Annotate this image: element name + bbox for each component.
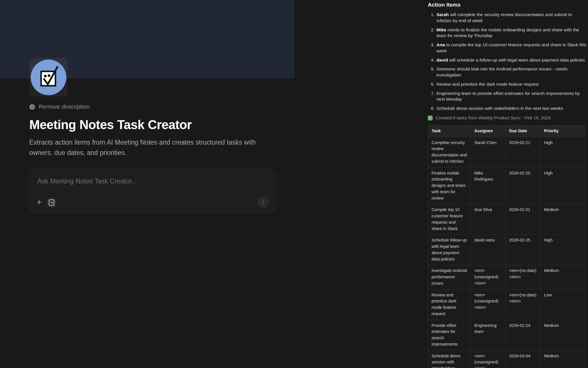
avatar bbox=[31, 60, 66, 95]
table-row: Schedule follow-up with legal team about… bbox=[428, 235, 585, 265]
send-button[interactable]: ↑ bbox=[257, 196, 269, 208]
chat-placeholder: Ask Meeting Notes Task Creator... bbox=[37, 177, 137, 185]
table-header-row: Task Assignee Due Date Priority bbox=[428, 125, 585, 137]
chat-toolbar: + N bbox=[36, 198, 57, 208]
plus-icon[interactable]: + bbox=[36, 198, 42, 208]
list-item: Review and prioritize the dark mode feat… bbox=[436, 81, 587, 87]
column-header-due-date: Due Date bbox=[506, 125, 541, 137]
list-item: Engineering team to provide effort estim… bbox=[436, 91, 587, 103]
notion-logo-icon: N bbox=[49, 200, 54, 206]
agent-page: i Remove description Meeting Notes Task … bbox=[29, 58, 276, 213]
column-header-priority: Priority bbox=[541, 125, 585, 137]
table-row: Provide effort estimates for search impr… bbox=[428, 320, 585, 350]
list-item: david will schedule a follow-up with leg… bbox=[436, 57, 587, 63]
remove-description-label: Remove description bbox=[39, 103, 90, 110]
status-line: ✓ Created 8 tasks from Weekly Product Sy… bbox=[428, 115, 587, 120]
page-description[interactable]: Extracts action items from AI Meeting No… bbox=[29, 137, 258, 158]
arrow-up-icon: ↑ bbox=[262, 198, 265, 206]
table-row: Review and prioritize dark mode feature … bbox=[428, 289, 585, 320]
notion-source-button[interactable]: N bbox=[47, 198, 57, 208]
table-row: Finalize mobile onboarding designs and s… bbox=[428, 167, 585, 204]
chat-input[interactable]: Ask Meeting Notes Task Creator... + N ↑ bbox=[29, 170, 275, 213]
page-icon-button[interactable] bbox=[29, 58, 68, 97]
list-item: Someone should look into the Android per… bbox=[436, 66, 587, 78]
list-item: Ana to compile the top 10 customer featu… bbox=[436, 42, 587, 54]
list-item: Mike needs to finalize the mobile onboar… bbox=[436, 27, 587, 39]
column-header-assignee: Assignee bbox=[471, 125, 506, 137]
tasks-table: Task Assignee Due Date Priority Complete… bbox=[428, 125, 585, 368]
table-row: Compile top 10 customer feature requests… bbox=[428, 204, 585, 235]
table-row: Investigate Android performance issues <… bbox=[428, 265, 585, 289]
action-items-list: Sarah will complete the security review … bbox=[428, 12, 587, 112]
checkbox-avatar-icon bbox=[36, 65, 61, 90]
action-items-heading: Action Items bbox=[428, 2, 587, 8]
check-emoji-icon: ✓ bbox=[428, 116, 433, 120]
table-row: Schedule demo session with stakeholders … bbox=[428, 350, 585, 368]
remove-description-button[interactable]: i Remove description bbox=[29, 103, 90, 110]
list-item: Schedule demo session with stakeholders … bbox=[436, 106, 587, 112]
column-header-task: Task bbox=[428, 125, 471, 137]
output-panel: Action Items Sarah will complete the sec… bbox=[428, 2, 587, 368]
status-text: Created 8 tasks from Weekly Product Sync… bbox=[436, 115, 551, 120]
table-row: Complete security review documentation a… bbox=[428, 137, 585, 167]
list-item: Sarah will complete the security review … bbox=[436, 12, 587, 24]
info-icon: i bbox=[29, 104, 35, 110]
page-title[interactable]: Meeting Notes Task Creator bbox=[29, 118, 276, 132]
